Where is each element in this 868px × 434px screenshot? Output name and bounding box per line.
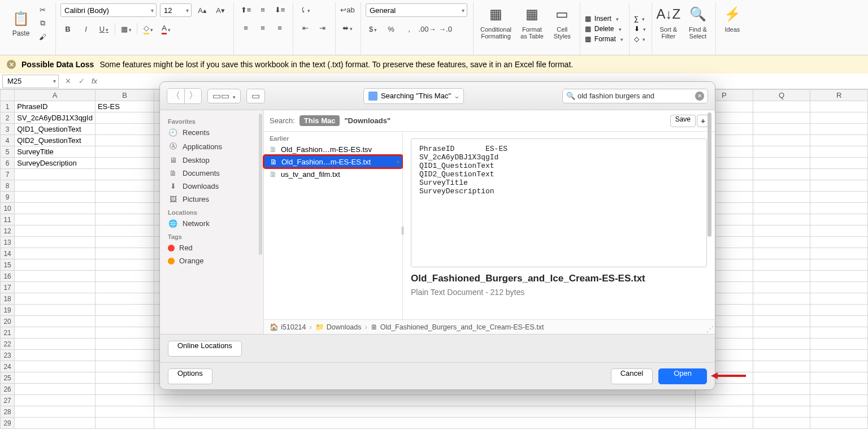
cell[interactable]: QID2_QuestionText [15, 135, 96, 146]
cell[interactable] [95, 361, 154, 372]
cell[interactable] [810, 192, 868, 203]
cell[interactable] [810, 316, 868, 327]
cell[interactable] [95, 350, 154, 361]
cell[interactable] [810, 203, 868, 214]
cell[interactable] [810, 259, 868, 271]
cell[interactable] [696, 395, 753, 406]
row-header[interactable]: 15 [1, 259, 15, 271]
cell[interactable] [15, 214, 96, 225]
cell[interactable] [753, 406, 810, 418]
row-header[interactable]: 7 [1, 169, 15, 180]
cell[interactable] [753, 418, 810, 429]
number-format-select[interactable]: General [366, 3, 467, 17]
scope-this-mac[interactable]: This Mac [300, 115, 340, 126]
row-header[interactable]: 10 [1, 203, 15, 214]
decrease-font-button[interactable]: A▾ [213, 4, 228, 16]
cell[interactable] [15, 350, 96, 361]
bold-button[interactable]: B [60, 23, 75, 35]
path-crumb[interactable]: 📁Downloads [315, 323, 362, 331]
row-header[interactable]: 14 [1, 248, 15, 259]
cell[interactable]: ES-ES [95, 101, 154, 112]
cell[interactable] [95, 203, 154, 214]
cell[interactable] [95, 305, 154, 316]
row-header[interactable]: 25 [1, 372, 15, 384]
cell[interactable] [810, 372, 868, 384]
increase-decimal-button[interactable]: .00→ [420, 23, 435, 35]
merge-button[interactable]: ⬌ [340, 21, 355, 34]
borders-button[interactable]: ▦ [119, 23, 133, 35]
cell[interactable] [15, 237, 96, 248]
cut-button[interactable]: ✂ [35, 3, 50, 16]
align-center-button[interactable]: ≡ [255, 21, 270, 34]
cell[interactable] [810, 395, 868, 406]
fill-button[interactable]: ⬇ [634, 25, 646, 33]
align-middle-button[interactable]: ≡ [255, 3, 270, 16]
sidebar-item-desktop[interactable]: 🖥Desktop [160, 154, 263, 167]
cell[interactable] [95, 293, 154, 305]
sidebar-item-pictures[interactable]: 🖼Pictures [160, 193, 263, 206]
cell[interactable] [95, 327, 154, 338]
underline-button[interactable]: U [97, 23, 111, 35]
row-header[interactable]: 8 [1, 180, 15, 192]
row-header[interactable]: 3 [1, 124, 15, 135]
scrollbar[interactable] [708, 112, 711, 332]
cell[interactable] [810, 248, 868, 259]
cell[interactable] [95, 406, 154, 418]
cell[interactable] [810, 225, 868, 237]
cell[interactable]: SV_2cA6yDBJ1X3qgId [15, 112, 96, 124]
ideas-button[interactable]: ⚡Ideas [721, 3, 744, 34]
cell[interactable] [15, 293, 96, 305]
cell[interactable]: PhraseID [15, 101, 96, 112]
row-header[interactable]: 20 [1, 316, 15, 327]
cell[interactable] [810, 305, 868, 316]
row-header[interactable]: 13 [1, 237, 15, 248]
group-button[interactable]: ▭ [246, 89, 265, 103]
row-header[interactable]: 29 [1, 418, 15, 429]
column-header[interactable]: B [95, 90, 154, 101]
percent-button[interactable]: % [384, 23, 398, 35]
cell[interactable] [753, 146, 810, 158]
cell-styles-button[interactable]: ▭Cell Styles [550, 3, 574, 41]
column-header[interactable]: A [15, 90, 96, 101]
cell[interactable] [810, 124, 868, 135]
cell[interactable] [15, 169, 96, 180]
align-right-button[interactable]: ≡ [272, 21, 287, 34]
cell[interactable] [15, 203, 96, 214]
cell[interactable]: SurveyDescription [15, 158, 96, 169]
cell[interactable] [696, 406, 753, 418]
column-header[interactable]: R [810, 90, 868, 101]
sort-filter-button[interactable]: A↓ZSort & Filter [657, 3, 680, 41]
align-top-button[interactable]: ⬆≡ [238, 3, 253, 16]
path-crumb[interactable]: 🗎Old_Fashioned_Burgers_and_Ice_Cream-ES-… [371, 323, 544, 331]
row-header[interactable]: 19 [1, 305, 15, 316]
cell[interactable] [753, 293, 810, 305]
cell[interactable] [810, 169, 868, 180]
open-button[interactable]: Open [658, 368, 707, 384]
cell[interactable] [15, 316, 96, 327]
cell[interactable] [810, 271, 868, 282]
cell[interactable] [95, 146, 154, 158]
close-warning-icon[interactable]: ✕ [7, 60, 16, 69]
clear-search-button[interactable]: ✕ [695, 92, 704, 101]
options-button[interactable]: Options [168, 368, 212, 384]
cell[interactable] [753, 338, 810, 350]
select-all-corner[interactable] [1, 90, 15, 101]
cell[interactable] [15, 372, 96, 384]
cell[interactable] [810, 361, 868, 372]
cell[interactable] [15, 384, 96, 395]
cell[interactable] [95, 282, 154, 293]
increase-indent-button[interactable]: ⇥ [315, 21, 329, 34]
insert-button[interactable]: ▦Insert [585, 15, 623, 23]
cell[interactable] [753, 214, 810, 225]
cell[interactable] [95, 338, 154, 350]
cell[interactable] [753, 259, 810, 271]
sidebar-item-network[interactable]: 🌐Network [160, 217, 263, 230]
cell[interactable] [15, 271, 96, 282]
row-header[interactable]: 26 [1, 384, 15, 395]
cell[interactable] [753, 169, 810, 180]
forward-button[interactable]: 〉 [184, 89, 201, 103]
cell[interactable] [753, 361, 810, 372]
cell[interactable] [696, 418, 753, 429]
increase-font-button[interactable]: A▴ [195, 4, 210, 16]
sidebar-tag-orange[interactable]: Orange [160, 254, 263, 267]
